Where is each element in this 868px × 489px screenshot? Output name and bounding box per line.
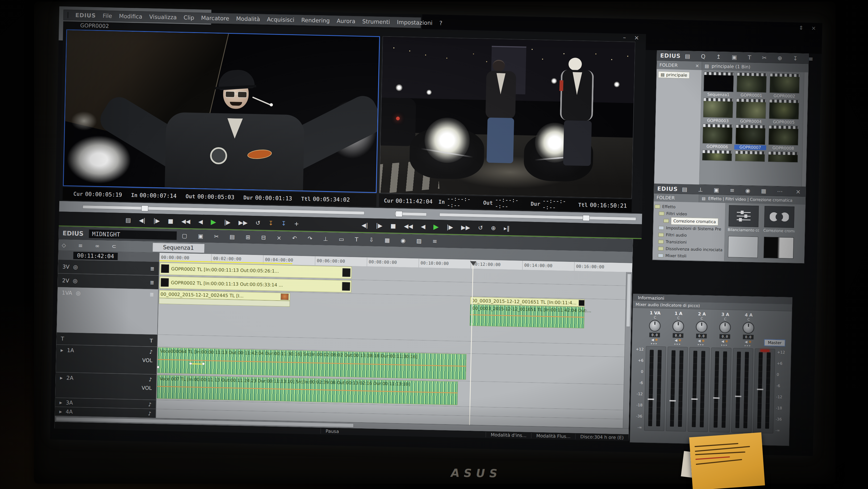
track-header-1va[interactable]: 1VA ◎ ≣ [57, 287, 159, 334]
menu-clip[interactable]: Clip [184, 14, 194, 21]
speaker-icon[interactable]: ♪ [149, 377, 152, 383]
track-header-2a[interactable]: ▸ 2A ♪ VOL [55, 372, 157, 400]
fader-handle[interactable] [691, 398, 698, 400]
pan-knob[interactable] [672, 320, 684, 332]
play-button[interactable]: ▶ [211, 218, 216, 226]
frame-back-button[interactable]: ◀ [198, 218, 203, 225]
close-icon[interactable]: × [695, 63, 699, 68]
fader-slot[interactable] [713, 351, 719, 428]
shuttle-thumb[interactable] [396, 211, 402, 217]
volume-keyframe[interactable] [189, 362, 192, 365]
bin-clip[interactable]: GOPR0008 [767, 125, 800, 151]
source-player-viewport[interactable] [63, 29, 380, 193]
expand-icon[interactable]: ▸ [61, 347, 64, 353]
play-button[interactable]: ▶ [433, 223, 439, 231]
fader-slot[interactable] [692, 351, 697, 427]
track-header-2v[interactable]: 2V ◎ ≣ [58, 273, 159, 289]
loop-button[interactable]: ↺ [255, 220, 260, 226]
window-controls[interactable]: – × [623, 34, 642, 41]
gain-value[interactable]: 0.0 [696, 333, 707, 338]
bin-clip[interactable]: GOPR0003 [702, 98, 734, 124]
volume-keyframe[interactable] [202, 362, 205, 365]
bin-folder-tree[interactable]: ▤ principale [654, 69, 702, 185]
effect-bilanciamento-colore[interactable]: Bilanciamento colore [727, 205, 760, 232]
play-around-button[interactable]: ▸‖ [504, 225, 510, 231]
menu-file[interactable]: File [103, 12, 112, 19]
frame-fwd-button[interactable]: |▶ [224, 219, 230, 226]
close-icon[interactable]: × [796, 188, 803, 195]
fader-handle[interactable] [648, 399, 654, 400]
fader-1va[interactable] [644, 346, 666, 431]
bin-clip[interactable]: GOPR0005 [768, 99, 800, 125]
pan-knob[interactable] [696, 321, 708, 333]
menu-visualizza[interactable]: Visualizza [149, 13, 177, 21]
menu-aurora[interactable]: Aurora [337, 18, 355, 25]
minimize-icon[interactable]: – [623, 34, 629, 41]
volume-rubber-band[interactable] [191, 363, 203, 365]
fader-slot[interactable] [670, 350, 676, 427]
menu-acquisisci[interactable]: Acquisisci [267, 16, 294, 23]
set-in-button[interactable]: ↧ [268, 220, 273, 226]
source-slider-thumb[interactable] [141, 205, 148, 211]
folder-tab[interactable]: FOLDER [654, 193, 700, 202]
bin-clip[interactable]: GOPR0004 [735, 98, 767, 124]
menu-rendering[interactable]: Rendering [301, 17, 330, 24]
frame-fwd-button[interactable]: |▶ [446, 224, 453, 230]
close-icon[interactable]: × [634, 34, 642, 41]
stop-button[interactable]: ■ [168, 218, 174, 224]
gain-value[interactable]: 0.0 [743, 335, 754, 339]
fader-3a[interactable] [710, 348, 732, 433]
track-header-3v[interactable]: 3V ◎ ≣ [58, 260, 159, 275]
solo-icon[interactable]: ✱ [678, 338, 681, 342]
volume-keyframe[interactable] [157, 366, 160, 368]
add-button[interactable]: + [294, 220, 299, 227]
timeline-tc-display[interactable]: 00:11:42:04 [73, 252, 118, 260]
fader-link-icon[interactable]: ◀ [698, 339, 701, 343]
menu-impostazioni[interactable]: Impostazioni [397, 19, 432, 26]
timeline-player-viewport[interactable] [379, 36, 635, 198]
project-name-field[interactable]: MIDNIGHT [89, 230, 177, 240]
menu-strumenti[interactable]: Strumenti [362, 18, 390, 25]
expand-icon[interactable]: ▸ [59, 408, 62, 415]
track-list-icon[interactable]: ≣ [150, 265, 155, 271]
eye-icon[interactable]: ◎ [76, 290, 81, 296]
bin-clip[interactable] [734, 151, 766, 162]
prev-edit-button[interactable]: ◀| [362, 222, 368, 229]
pan-knob[interactable] [742, 322, 754, 334]
speaker-icon[interactable]: ♪ [149, 349, 153, 355]
set-out-button[interactable]: ↧ [281, 220, 286, 227]
solo-icon[interactable]: ✱ [749, 340, 751, 344]
expand-icon[interactable]: ▸ [59, 399, 62, 405]
menu-marcatore[interactable]: Marcatore [201, 15, 229, 22]
rewind-button[interactable]: ◀◀ [181, 218, 190, 225]
eye-icon[interactable]: ◎ [73, 264, 78, 270]
bin-toolbar-icons[interactable]: ▤ Q ↥ ▣ T ✂ ⊕ ↧ ≡ [685, 53, 818, 62]
loop-button[interactable]: ↺ [478, 224, 483, 231]
eye-icon[interactable]: ◎ [73, 278, 78, 284]
effect-correzione-cromatica[interactable]: Correzione cromatic... [763, 206, 795, 233]
bin-clip[interactable]: GOPR0001 [735, 72, 768, 98]
timeline-position-slider[interactable] [439, 213, 636, 221]
fader-1a[interactable] [666, 347, 688, 432]
fader-4a[interactable] [731, 348, 753, 433]
bin-clip[interactable] [701, 150, 733, 161]
playhead-handle[interactable] [470, 261, 476, 266]
next-edit-button[interactable]: |▶ [153, 217, 160, 224]
fader-slot[interactable] [757, 352, 763, 429]
timeline-slider-thumb[interactable] [583, 215, 590, 221]
bin-root-folder[interactable]: ▤ principale [658, 71, 689, 79]
vol-button[interactable]: VOL [142, 357, 153, 363]
clip-00-0003-audio[interactable]: 00_0003_2015-12-12_001651 TL [In:00:11:4… [470, 304, 585, 328]
fader-link-icon[interactable]: ◀ [745, 340, 747, 344]
solo-icon[interactable]: ✱ [655, 338, 658, 342]
effect-unlabeled[interactable] [763, 237, 795, 259]
speaker-icon[interactable]: ♪ [148, 401, 152, 407]
pan-knob[interactable] [649, 320, 661, 332]
export-button[interactable]: ⊕ [491, 225, 496, 231]
track-header-t[interactable]: T T [56, 332, 158, 347]
track-list-icon[interactable]: ≣ [150, 292, 154, 297]
next-edit-button[interactable]: |▶ [376, 222, 382, 229]
fast-forward-button[interactable]: ▶▶ [461, 224, 470, 231]
fader-slot[interactable] [648, 350, 654, 426]
gain-value[interactable]: 0.0 [720, 334, 730, 339]
